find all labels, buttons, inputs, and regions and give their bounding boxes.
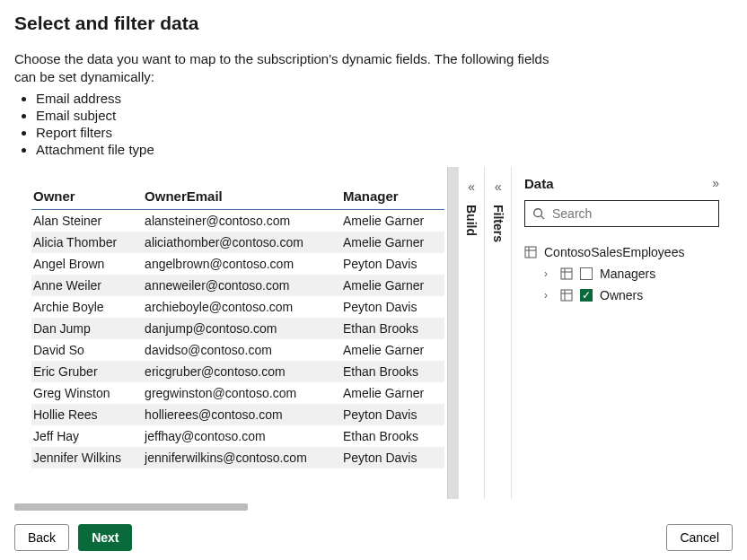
table-row[interactable]: Jeff Hayjeffhay@contoso.comEthan Brooks [31, 425, 444, 447]
svg-line-1 [541, 215, 545, 219]
data-panel-title: Data [524, 176, 554, 191]
chevron-right-icon[interactable]: › [544, 267, 553, 280]
tree-node-label: Managers [600, 267, 655, 281]
table-cell: Greg Winston [31, 382, 143, 404]
table-cell: hollierees@contoso.com [143, 404, 341, 425]
table-cell: Ethan Brooks [341, 361, 444, 382]
table-row[interactable]: Hollie Reeshollierees@contoso.comPeyton … [31, 404, 444, 425]
data-panel: Data » ContosoSalesEmployees › [511, 167, 732, 499]
table-cell: Anne Weiler [31, 275, 143, 296]
tree-root-label: ContosoSalesEmployees [544, 245, 684, 259]
table-cell: alansteiner@contoso.com [143, 209, 341, 232]
cancel-button[interactable]: Cancel [666, 524, 733, 551]
table-cell: danjump@contoso.com [143, 318, 341, 339]
chevron-right-icon[interactable]: › [544, 289, 553, 302]
chevron-double-left-icon: « [495, 179, 502, 194]
checkbox-owners[interactable]: ✓ [580, 289, 593, 302]
table-cell: Peyton Davis [341, 296, 444, 318]
table-row[interactable]: Jennifer Wilkinsjenniferwilkins@contoso.… [31, 447, 444, 468]
table-cell: archieboyle@contoso.com [143, 296, 341, 318]
column-header-owneremail[interactable]: OwnerEmail [143, 183, 341, 210]
table-row[interactable]: Alan Steineralansteiner@contoso.comAmeli… [31, 209, 444, 232]
column-header-owner[interactable]: Owner [31, 183, 143, 210]
page-title: Select and filter data [14, 13, 733, 34]
data-tree: ContosoSalesEmployees › Managers › ✓ [524, 241, 719, 306]
intro-text: Choose the data you want to map to the s… [14, 50, 571, 87]
table-cell: Peyton Davis [341, 404, 444, 425]
chevron-double-right-icon[interactable]: » [712, 176, 719, 190]
table-row[interactable]: David Sodavidso@contoso.comAmelie Garner [31, 339, 444, 361]
table-cell: Amelie Garner [341, 339, 444, 361]
tree-node-managers[interactable]: › Managers [524, 263, 719, 284]
table-cell: Amelie Garner [341, 275, 444, 296]
dynamic-field-item: Email address [36, 91, 733, 106]
search-input[interactable] [550, 206, 711, 222]
column-header-manager[interactable]: Manager [341, 183, 444, 210]
table-row[interactable]: Dan Jumpdanjump@contoso.comEthan Brooks [31, 318, 444, 339]
back-button[interactable]: Back [14, 524, 69, 551]
table-cell: Jennifer Wilkins [31, 447, 143, 468]
tree-node-owners[interactable]: › ✓ Owners [524, 284, 719, 306]
table-row[interactable]: Archie Boylearchieboyle@contoso.comPeyto… [31, 296, 444, 318]
table-cell: Alan Steiner [31, 209, 143, 232]
table-cell: anneweiler@contoso.com [143, 275, 341, 296]
horizontal-scrollbar[interactable] [14, 503, 248, 511]
data-table: Owner OwnerEmail Manager Alan Steinerala… [31, 183, 444, 468]
tree-root[interactable]: ContosoSalesEmployees [524, 241, 719, 263]
table-row[interactable]: Alicia Thomberaliciathomber@contoso.comA… [31, 232, 444, 253]
table-cell: Jeff Hay [31, 425, 143, 447]
table-cell: Amelie Garner [341, 382, 444, 404]
table-cell: gregwinston@contoso.com [143, 382, 341, 404]
table-cell: Peyton Davis [341, 447, 444, 468]
table-cell: jeffhay@contoso.com [143, 425, 341, 447]
table-cell: angelbrown@contoso.com [143, 253, 341, 275]
table-cell: Peyton Davis [341, 253, 444, 275]
next-button[interactable]: Next [78, 524, 132, 551]
table-row[interactable]: Greg Winstongregwinston@contoso.comAmeli… [31, 382, 444, 404]
table-cell: Angel Brown [31, 253, 143, 275]
table-cell: ericgruber@contoso.com [143, 361, 341, 382]
build-rail[interactable]: « Build [458, 167, 485, 499]
table-cell: davidso@contoso.com [143, 339, 341, 361]
table-cell: Eric Gruber [31, 361, 143, 382]
table-row[interactable]: Anne Weileranneweiler@contoso.comAmelie … [31, 275, 444, 296]
tree-node-label: Owners [600, 288, 643, 302]
svg-point-0 [534, 208, 542, 216]
table-icon [560, 289, 573, 302]
checkbox-managers[interactable] [580, 267, 593, 280]
table-icon [560, 267, 573, 280]
table-cell: Ethan Brooks [341, 318, 444, 339]
svg-rect-8 [561, 290, 572, 301]
filters-rail-label: Filters [491, 205, 505, 242]
chevron-double-left-icon: « [468, 179, 475, 194]
table-row[interactable]: Angel Brownangelbrown@contoso.comPeyton … [31, 253, 444, 275]
table-cell: Amelie Garner [341, 232, 444, 253]
table-cell: Amelie Garner [341, 209, 444, 232]
table-cell: Ethan Brooks [341, 425, 444, 447]
search-field[interactable] [524, 200, 719, 227]
table-row[interactable]: Eric Gruberericgruber@contoso.comEthan B… [31, 361, 444, 382]
table-cell: jenniferwilkins@contoso.com [143, 447, 341, 468]
dynamic-field-item: Attachment file type [36, 142, 733, 157]
table-cell: Archie Boyle [31, 296, 143, 318]
table-cell: aliciathomber@contoso.com [143, 232, 341, 253]
data-table-area[interactable]: Owner OwnerEmail Manager Alan Steinerala… [15, 167, 447, 499]
dynamic-field-item: Report filters [36, 125, 733, 140]
dynamic-fields-list: Email address Email subject Report filte… [36, 91, 733, 157]
table-cell: Dan Jump [31, 318, 143, 339]
table-cell: Hollie Rees [31, 404, 143, 425]
table-cell: Alicia Thomber [31, 232, 143, 253]
filters-rail[interactable]: « Filters [484, 167, 511, 499]
search-icon [532, 207, 545, 220]
build-rail-label: Build [464, 205, 479, 236]
svg-rect-5 [561, 268, 572, 279]
dynamic-field-item: Email subject [36, 108, 733, 123]
vertical-scrollbar[interactable] [447, 167, 458, 499]
table-icon [524, 246, 537, 258]
svg-rect-2 [525, 247, 536, 258]
table-cell: David So [31, 339, 143, 361]
